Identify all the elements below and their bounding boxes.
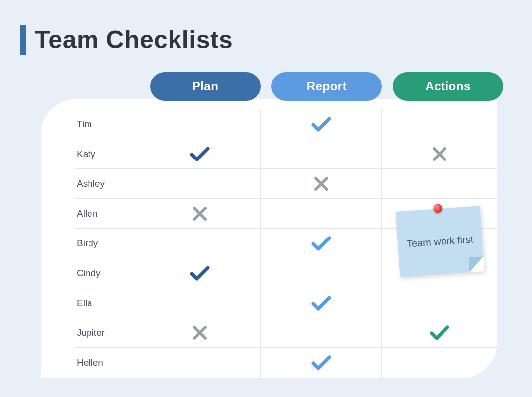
cell-actions [382, 288, 497, 318]
cell-report [261, 109, 382, 139]
cell-plan [139, 139, 261, 168]
cell-plan [139, 288, 261, 318]
cell-report [261, 139, 382, 168]
row-name: Allen [75, 208, 139, 219]
check-icon [311, 116, 331, 132]
row-name: Birdy [75, 238, 139, 249]
cell-actions [382, 109, 497, 139]
cell-plan [139, 348, 261, 378]
cross-icon [432, 147, 447, 161]
table-row: Jupiter [75, 318, 497, 348]
cell-actions [382, 139, 497, 168]
table-row: Katy [75, 139, 497, 169]
check-icon [311, 236, 331, 251]
cell-report [261, 288, 382, 318]
column-header-plan-label: Plan [192, 79, 219, 93]
cell-plan [139, 229, 261, 258]
row-name: Ella [75, 298, 139, 309]
cell-actions [382, 169, 497, 198]
check-icon [311, 355, 331, 371]
check-icon [311, 295, 331, 311]
cell-plan [139, 109, 261, 139]
page-header: Team Checklists [20, 25, 233, 55]
cell-report [261, 258, 382, 288]
sticky-note-text: Team work first [406, 233, 474, 250]
cell-plan [139, 169, 261, 198]
cell-actions [382, 348, 497, 378]
cross-icon [314, 176, 329, 191]
sticky-note-fold [468, 256, 484, 272]
page-title: Team Checklists [35, 25, 233, 54]
cell-plan [139, 318, 261, 347]
column-header-plan: Plan [150, 72, 261, 101]
cell-plan [139, 199, 261, 228]
cell-report [261, 199, 382, 228]
sticky-note-paper: Team work first [396, 206, 485, 277]
cell-report [261, 169, 382, 198]
column-header-report: Report [271, 72, 382, 101]
cell-report [261, 229, 382, 258]
cell-report [261, 318, 382, 347]
row-name: Cindy [75, 268, 139, 279]
check-icon [430, 325, 449, 341]
table-row: Ella [75, 288, 497, 318]
column-header-report-label: Report [307, 79, 347, 93]
title-accent-bar [20, 25, 26, 55]
cross-icon [192, 206, 207, 221]
cell-plan [139, 258, 261, 288]
table-row: Hellen [75, 348, 497, 378]
row-name: Jupiter [75, 327, 139, 338]
row-name: Katy [75, 149, 139, 159]
sticky-note: Team work first [396, 206, 485, 277]
table-row: Ashley [75, 169, 497, 199]
table-row: Tim [75, 109, 497, 139]
cell-report [261, 348, 382, 378]
check-icon [190, 265, 210, 281]
check-icon [190, 146, 210, 162]
column-header-actions: Actions [393, 72, 503, 101]
cross-icon [192, 325, 207, 340]
column-header-actions-label: Actions [425, 79, 471, 93]
row-name: Hellen [75, 357, 139, 368]
cell-actions [382, 318, 497, 347]
row-name: Ashley [75, 178, 139, 189]
row-name: Tim [75, 119, 139, 130]
